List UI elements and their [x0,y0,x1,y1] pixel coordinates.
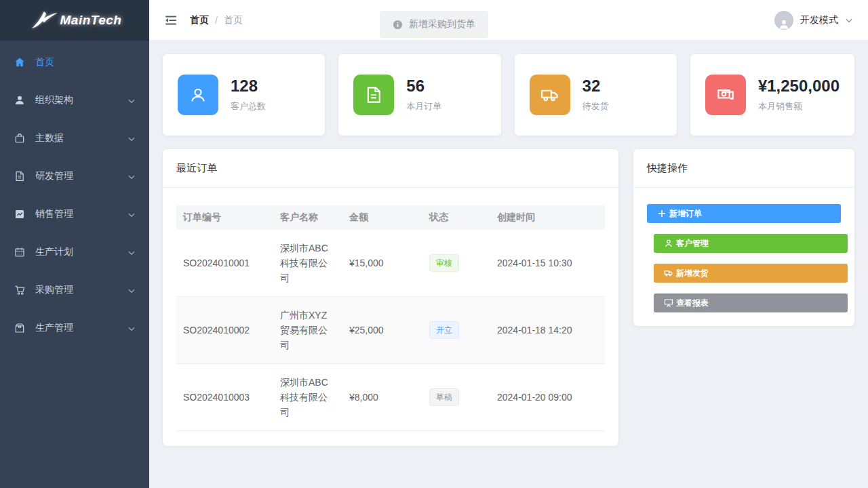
created-time: 2024-01-15 10:30 [490,230,605,297]
table-row[interactable]: SO2024010001 深圳市ABC科技有限公司 ¥15,000 审核 202… [176,230,605,297]
customer-name: 深圳市ABC科技有限公司 [273,364,342,431]
sidebar-item-home[interactable]: 首页 [0,43,149,81]
calendar-icon [14,246,26,258]
info-icon [393,20,403,30]
order-amount: ¥15,000 [342,230,422,297]
quick-button-label: 新增发货 [676,268,709,279]
main-content: 128 客户总数 56 本月订单 32 待发货 [149,41,868,460]
sidebar-item-label: 生产计划 [35,246,73,258]
new-purchase-receipt-button[interactable]: 新增采购到货单 [380,11,488,38]
trend-chart-icon [14,208,26,220]
table-row[interactable]: SO2024010003 深圳市ABC科技有限公司 ¥8,000 草稿 2024… [176,364,605,431]
chevron-down-icon [127,210,136,218]
stat-value: 128 [231,77,266,95]
stat-label: 本月销售额 [758,100,840,113]
hamburger-icon[interactable] [164,14,178,27]
chevron-down-icon [127,248,136,256]
order-amount: ¥8,000 [342,364,422,431]
col-amount: 金额 [342,205,422,230]
stat-label: 本月订单 [406,100,441,113]
breadcrumb-current: 首页 [224,14,243,26]
panel-title: 快捷操作 [633,149,854,188]
quick-button-label: 客户管理 [676,238,709,249]
new-shipment-button[interactable]: 新增发货 [654,264,848,283]
panel-title: 最近订单 [163,149,618,188]
user-icon [664,239,673,248]
chevron-down-icon [845,16,853,24]
customer-name: 广州市XYZ贸易有限公司 [273,297,342,364]
cart-icon [14,284,26,296]
stat-card-customers: 128 客户总数 [163,54,325,136]
sidebar-item-org[interactable]: 组织架构 [0,81,149,119]
orders-table: 订单编号 客户名称 金额 状态 创建时间 SO2024010001 深圳市ABC… [176,205,605,431]
table-row[interactable]: SO2024010002 广州市XYZ贸易有限公司 ¥25,000 开立 202… [176,297,605,364]
sidebar-item-label: 生产管理 [35,322,73,334]
sidebar-menu: 首页 组织架构 主数据 研发管理 销售 [0,41,149,347]
status-badge: 开立 [429,321,459,339]
col-customer: 客户名称 [273,205,342,230]
stat-value: 32 [583,77,609,95]
order-no: SO2024010002 [176,297,273,364]
view-reports-button[interactable]: 查看报表 [654,293,848,312]
status-badge: 草稿 [429,388,459,406]
order-no: SO2024010001 [176,230,273,297]
avatar [774,11,793,30]
customer-name: 深圳市ABC科技有限公司 [273,230,342,297]
col-order-no: 订单编号 [176,205,273,230]
col-created: 创建时间 [490,205,605,230]
quick-actions-panel: 快捷操作 新增订单 客户管理 新增发货 查看报表 [633,149,854,326]
created-time: 2024-01-18 14:20 [490,297,605,364]
stat-value: ¥1,250,000 [758,77,840,95]
logo-swoosh-icon [28,8,59,33]
box-icon [14,322,26,334]
data-board-icon [664,298,673,308]
chevron-down-icon [127,172,136,180]
sidebar: MainTech 首页 组织架构 主数据 研发管理 [0,0,149,488]
top-header: 首页 / 首页 新增采购到货单 开发模式 [149,0,868,41]
order-no: SO2024010003 [176,364,273,431]
bag-icon [14,132,26,144]
col-status: 状态 [422,205,490,230]
stat-cards: 128 客户总数 56 本月订单 32 待发货 [163,54,854,136]
chevron-down-icon [127,96,136,104]
sidebar-item-label: 主数据 [35,132,64,144]
truck-icon [664,268,673,278]
chevron-down-icon [127,134,136,142]
sidebar-item-production-plan[interactable]: 生产计划 [0,233,149,271]
breadcrumb-separator: / [215,15,218,26]
logo-text: MainTech [60,13,122,28]
action-button-label: 新增采购到货单 [409,18,475,30]
breadcrumb-root[interactable]: 首页 [190,14,209,26]
status-badge: 审核 [429,254,459,272]
truck-icon [530,75,570,115]
app-logo: MainTech [0,0,149,41]
recent-orders-panel: 最近订单 订单编号 客户名称 金额 状态 创建时间 SO2024010001 深 [163,149,618,446]
stat-label: 待发货 [583,100,609,113]
order-amount: ¥25,000 [342,297,422,364]
sidebar-item-label: 组织架构 [35,94,73,106]
table-header-row: 订单编号 客户名称 金额 状态 创建时间 [176,205,605,230]
sidebar-item-label: 首页 [35,56,54,68]
customer-management-button[interactable]: 客户管理 [654,234,848,253]
money-icon [705,75,746,115]
quick-button-label: 查看报表 [676,298,709,309]
sidebar-item-manufacturing[interactable]: 生产管理 [0,309,149,347]
sidebar-item-master-data[interactable]: 主数据 [0,119,149,157]
sidebar-item-label: 研发管理 [35,170,73,182]
chevron-down-icon [127,286,136,294]
plus-icon [657,209,667,218]
stat-value: 56 [406,77,441,95]
stat-card-monthly-orders: 56 本月订单 [338,54,500,136]
user-mode-label: 开发模式 [800,14,838,26]
sidebar-item-label: 采购管理 [35,284,73,296]
stat-card-monthly-sales: ¥1,250,000 本月销售额 [690,54,854,136]
user-menu[interactable]: 开发模式 [774,11,853,30]
stat-card-pending-shipments: 32 待发货 [515,54,677,136]
sidebar-item-label: 销售管理 [35,208,73,220]
user-icon [178,75,218,115]
sidebar-item-rd[interactable]: 研发管理 [0,157,149,195]
document-icon [353,75,394,115]
sidebar-item-purchasing[interactable]: 采购管理 [0,271,149,309]
sidebar-item-sales[interactable]: 销售管理 [0,195,149,233]
new-order-button[interactable]: 新增订单 [647,204,841,223]
